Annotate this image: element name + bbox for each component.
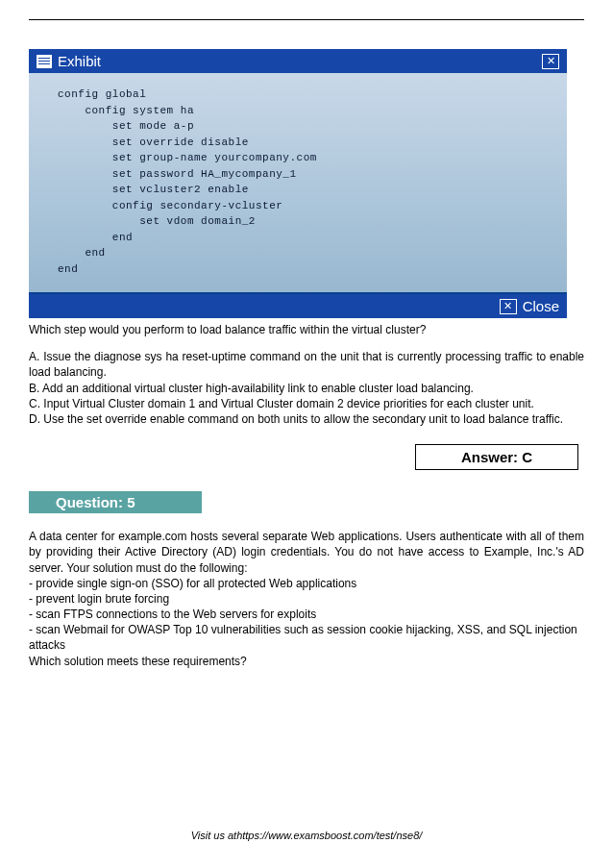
q4-option-b: B. Add an additional virtual cluster hig…: [29, 381, 584, 396]
answer-box: Answer: C: [415, 444, 578, 470]
exhibit-titlebar: Exhibit ✕: [29, 49, 567, 73]
q5-final: Which solution meets these requirements?: [29, 654, 584, 669]
exhibit-title: Exhibit: [58, 53, 101, 69]
q5-block: A data center for example.com hosts seve…: [29, 529, 584, 669]
close-x-icon-footer[interactable]: ✕: [500, 299, 517, 314]
q4-option-a: A. Issue the diagnose sys ha reset-uptim…: [29, 349, 584, 380]
q5-req3: - scan FTPS connections to the Web serve…: [29, 607, 584, 622]
q4-option-d: D. Use the set override enable command o…: [29, 411, 584, 427]
document-icon: [37, 55, 52, 68]
close-label: Close: [523, 298, 559, 314]
q5-req2: - prevent login brute forcing: [29, 591, 584, 607]
exhibit-footer: ✕ Close: [29, 294, 567, 318]
q5-intro: A data center for example.com hosts seve…: [29, 529, 584, 576]
top-divider: [29, 19, 584, 20]
exhibit-code: config global config system ha set mode …: [29, 73, 567, 294]
exhibit-window: Exhibit ✕ config global config system ha…: [29, 49, 567, 318]
q4-stem: Which step would you perform to load bal…: [29, 322, 584, 337]
q4-option-c: C. Input Virtual Cluster domain 1 and Vi…: [29, 396, 584, 411]
close-x-icon[interactable]: ✕: [542, 54, 559, 69]
question-5-label: Question: 5: [29, 491, 202, 513]
q5-req4: - scan Webmail for OWASP Top 10 vulnerab…: [29, 622, 584, 653]
q4-block: Which step would you perform to load bal…: [29, 322, 584, 427]
q5-req1: - provide single sign-on (SSO) for all p…: [29, 576, 584, 591]
footer-link: Visit us athttps://www.examsboost.com/te…: [0, 830, 613, 841]
